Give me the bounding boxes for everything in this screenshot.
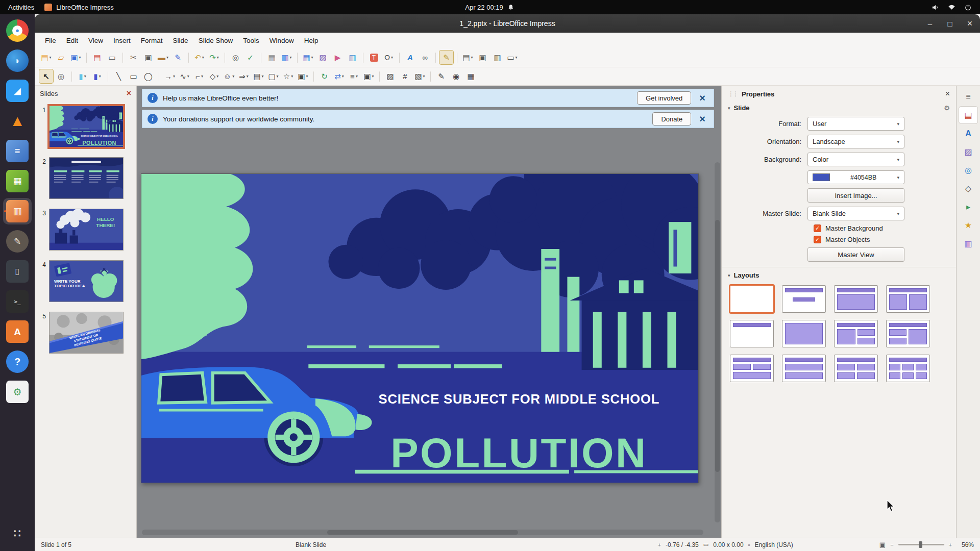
tab-styles[interactable]: A	[959, 125, 977, 142]
layout-centered-text[interactable]	[782, 320, 826, 347]
properties-close-icon[interactable]: ×	[945, 89, 950, 98]
clone-formatting-button[interactable]: ✎ ▾	[171, 51, 185, 64]
duplicate-slide-button[interactable]: ▣ ▾	[476, 51, 489, 64]
zoom-slider[interactable]	[898, 544, 944, 545]
select-tool[interactable]: ↖ ▾	[39, 69, 53, 83]
orientation-select[interactable]: Landscape ▾	[807, 135, 904, 148]
zoom-pan-tool[interactable]: ◎ ▾	[54, 69, 68, 83]
zoom-in-icon[interactable]: +	[949, 542, 952, 548]
menu-format[interactable]: Format	[136, 35, 168, 46]
slide-section-more-options-icon[interactable]: ⚙	[944, 104, 950, 112]
get-involved-button[interactable]: Get involved	[637, 91, 691, 105]
find-replace-button[interactable]: ◎ ▾	[229, 51, 242, 64]
callout-shapes-tool[interactable]: ▢ ▾	[266, 69, 280, 83]
insert-chart-button[interactable]: ▥ ▾	[346, 51, 359, 64]
maximize-button[interactable]: □	[944, 17, 956, 30]
copy-button[interactable]: ▣ ▾	[141, 51, 155, 64]
layout-title-slide[interactable]	[782, 285, 826, 313]
slide-thumbnail-3[interactable]: HELLO THERE!	[49, 209, 124, 251]
slide-thumbnail-2[interactable]	[49, 157, 124, 199]
image-filter-button[interactable]: ▧ ▾	[413, 69, 427, 83]
insert-table-button[interactable]: ▦ ▾	[301, 51, 315, 64]
glue-points-button[interactable]: ◉ ▾	[449, 69, 463, 83]
delete-slide-button[interactable]: ▥ ▾	[491, 51, 504, 64]
dock-show-applications[interactable]: ∷	[3, 520, 32, 547]
fit-slide-icon[interactable]: ▣	[879, 541, 886, 548]
dock-vscode[interactable]: ◢	[3, 78, 32, 104]
tab-master-slides[interactable]: ▥	[959, 235, 977, 252]
arrange-button[interactable]: ▣ ▾	[362, 69, 376, 83]
align-objects-button[interactable]: ≡ ▾	[347, 69, 361, 83]
layout-title-content-over-content[interactable]	[782, 355, 826, 382]
layouts-section-chevron-icon[interactable]: ▾	[728, 273, 730, 278]
insert-fontwork-button[interactable]: A ▾	[403, 51, 417, 64]
dock-terminal[interactable]: >_	[3, 288, 32, 315]
clock-menu[interactable]: Apr 22 00:19	[465, 3, 514, 11]
insert-text-box-button[interactable]: T ▾	[367, 51, 381, 64]
infobar-close-icon[interactable]: ×	[699, 93, 705, 103]
3d-objects-tool[interactable]: ▣ ▾	[296, 69, 310, 83]
new-presentation-button[interactable]: ▤ ▾	[39, 51, 53, 64]
insert-line-tool[interactable]: ╲ ▾	[112, 69, 126, 83]
layout-title-content-two-content[interactable]	[834, 320, 878, 347]
dock-chrome[interactable]: ●	[3, 17, 32, 44]
master-objects-checkbox[interactable]: ✓ Master Objects	[814, 236, 948, 243]
cut-button[interactable]: ✂ ▾	[127, 51, 140, 64]
vertical-scrollbar-thumb[interactable]	[715, 220, 720, 472]
layout-title-only[interactable]	[730, 320, 774, 347]
activities-button[interactable]: Activities	[8, 4, 34, 11]
dock-gimp[interactable]: ✎	[3, 228, 32, 255]
layout-title-two-content[interactable]	[886, 285, 930, 313]
insert-special-character-button[interactable]: Ω ▾	[382, 51, 396, 64]
window-title-bar[interactable]: 1_2.pptx - LibreOffice Impress – □ ×	[35, 14, 980, 33]
slides-panel-close-icon[interactable]: ×	[127, 89, 131, 98]
slide-properties-button[interactable]: ▭ ▾	[505, 51, 519, 64]
layout-title-two-content-content[interactable]	[886, 320, 930, 347]
tab-navigator[interactable]: ◎	[959, 162, 977, 179]
menu-window[interactable]: Window	[264, 35, 299, 46]
dock-thunderbird[interactable]: ◗	[3, 47, 32, 74]
display-views-button[interactable]: ▥ ▾	[280, 51, 293, 64]
layout-title-two-content-over-content[interactable]	[730, 355, 774, 382]
dock-ubuntu-software[interactable]: A	[3, 318, 32, 345]
infobar-close-icon[interactable]: ×	[699, 114, 705, 124]
insert-hyperlink-button[interactable]: ∞ ▾	[418, 51, 432, 64]
focused-app-indicator[interactable]: LibreOffice Impress	[44, 4, 113, 11]
menu-view[interactable]: View	[83, 35, 108, 46]
flip-tool[interactable]: ⇄ ▾	[332, 69, 346, 83]
menu-help[interactable]: Help	[299, 35, 324, 46]
layout-title-four-content[interactable]	[834, 355, 878, 382]
close-button[interactable]: ×	[964, 17, 976, 30]
show-draw-functions-button[interactable]: ✎ ▾	[439, 51, 453, 64]
tab-animation[interactable]: ★	[959, 217, 977, 234]
undo-button[interactable]: ↶ ▾	[192, 51, 206, 64]
insert-image-button[interactable]: ▨ ▾	[316, 51, 330, 64]
slide-section-chevron-icon[interactable]: ▾	[728, 106, 730, 111]
flowchart-shapes-tool[interactable]: ▤ ▾	[252, 69, 265, 83]
open-file-button[interactable]: ▱ ▾	[54, 51, 68, 64]
slide-thumbnail-5[interactable]: WRITE AN ORIGINAL STATEMENT OR INSPIRING…	[49, 312, 124, 354]
system-tray[interactable]	[931, 0, 980, 14]
horizontal-scrollbar-thumb[interactable]	[327, 530, 518, 535]
layout-blank[interactable]	[730, 285, 774, 313]
star-shapes-tool[interactable]: ☆ ▾	[281, 69, 295, 83]
background-type-select[interactable]: Color ▾	[807, 153, 904, 166]
curves-polygons-tool[interactable]: ∿ ▾	[178, 69, 191, 83]
slide-thumbnail-4[interactable]: WRITE YOUR TOPIC OR IDEA	[49, 260, 124, 302]
edit-points-button[interactable]: ✎ ▾	[434, 69, 448, 83]
basic-shapes-tool[interactable]: ◇ ▾	[207, 69, 221, 83]
dock-vlc[interactable]: ▲	[3, 108, 32, 134]
format-select[interactable]: User ▾	[807, 117, 904, 131]
dock-libreoffice-calc[interactable]: ▦	[3, 168, 32, 194]
dock-help[interactable]: ?	[3, 348, 32, 375]
line-color-button[interactable]: ▮ ▾	[90, 69, 104, 83]
fill-color-button[interactable]: ▮ ▾	[76, 69, 89, 83]
rotate-tool[interactable]: ↻ ▾	[317, 69, 331, 83]
crop-image-button[interactable]: # ▾	[398, 69, 412, 83]
menu-slide[interactable]: Slide	[168, 35, 193, 46]
background-color-select[interactable]: #4054BB ▾	[807, 170, 904, 184]
export-pdf-button[interactable]: ▤ ▾	[90, 51, 104, 64]
sidebar-settings-button[interactable]: ≡	[959, 88, 977, 105]
minimize-button[interactable]: –	[924, 17, 936, 30]
status-master-slide[interactable]: Blank Slide	[296, 541, 326, 548]
